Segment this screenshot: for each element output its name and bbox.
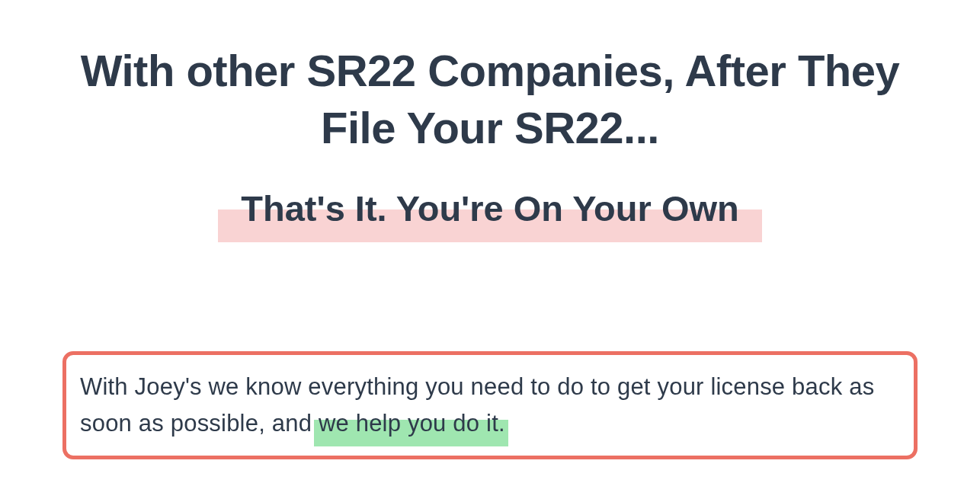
callout-highlight: we help you do it.	[319, 405, 505, 442]
callout-box: With Joey's we know everything you need …	[62, 351, 918, 459]
subheading-wrap: That's It. You're On Your Own	[61, 187, 919, 233]
subheading-text: That's It. You're On Your Own	[218, 187, 761, 233]
main-heading: With other SR22 Companies, After They Fi…	[61, 42, 919, 157]
